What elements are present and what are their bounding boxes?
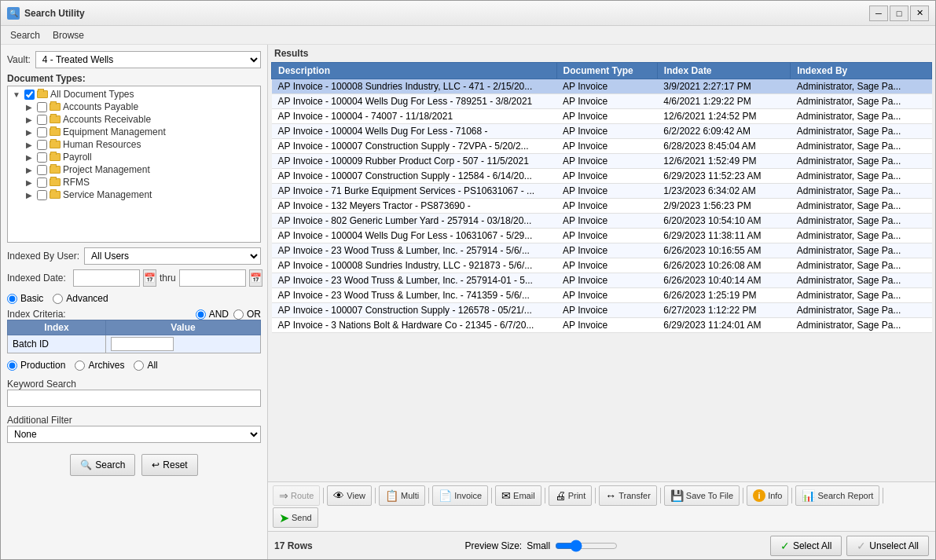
table-row[interactable]: AP Invoice - 100004 Wells Dug For Less -… (272, 124, 932, 139)
checkbox-all[interactable] (24, 90, 35, 100)
route-button[interactable]: ⇒ Route (273, 485, 320, 506)
table-row[interactable]: AP Invoice - 100009 Rubber Product Corp … (272, 154, 932, 169)
cell-index-date: 6/20/2023 10:54:10 AM (657, 214, 790, 229)
multi-button[interactable]: 📋 Multi (379, 485, 425, 506)
checkbox-ar[interactable] (37, 115, 47, 125)
cell-doc-type: AP Invoice (556, 199, 657, 214)
table-row[interactable]: AP Invoice - 100007 Construction Supply … (272, 303, 932, 318)
advanced-label: Advanced (66, 293, 108, 304)
all-radio-label[interactable]: All (134, 360, 157, 371)
checkbox-sm[interactable] (37, 190, 47, 200)
vault-dropdown[interactable]: 4 - Treated Wells (35, 51, 261, 68)
send-button[interactable]: ➤ Send (273, 507, 318, 528)
close-button[interactable]: ✕ (910, 5, 929, 21)
minimize-button[interactable]: ─ (869, 5, 888, 21)
expand-sm-icon[interactable]: ▶ (24, 191, 35, 199)
tree-item-all[interactable]: ▼ All Document Types (9, 88, 259, 101)
archives-radio-label[interactable]: Archives (75, 360, 124, 371)
table-row[interactable]: AP Invoice - 23 Wood Truss & Lumber, Inc… (272, 288, 932, 303)
keyword-input[interactable] (7, 390, 261, 407)
date-from-input[interactable] (73, 269, 140, 287)
status-bar: 17 Rows Preview Size: Small ✓ Select All (268, 531, 935, 559)
cell-index-date: 1/23/2023 6:34:02 AM (657, 184, 790, 199)
tree-item-hr[interactable]: ▶ Human Resources (22, 138, 259, 151)
tree-label-pm: Project Management (63, 164, 150, 175)
select-all-button[interactable]: ✓ Select All (770, 536, 842, 556)
table-row[interactable]: AP Invoice - 23 Wood Truss & Lumber, Inc… (272, 273, 932, 288)
basic-radio[interactable] (7, 294, 17, 304)
search-button[interactable]: 🔍 Search (70, 454, 135, 476)
table-row[interactable]: AP Invoice - 100004 Wells Dug For Less -… (272, 229, 932, 243)
date-to-input[interactable] (179, 269, 246, 287)
checkbox-em[interactable] (37, 127, 47, 137)
invoice-button[interactable]: 📄 Invoice (432, 485, 488, 506)
checkbox-hr[interactable] (37, 140, 47, 150)
tree-item-pm[interactable]: ▶ Project Management (22, 163, 259, 176)
expand-hr-icon[interactable]: ▶ (24, 141, 35, 149)
expand-pm-icon[interactable]: ▶ (24, 166, 35, 174)
menu-search[interactable]: Search (4, 28, 46, 42)
unselect-all-button[interactable]: ✓ Unselect All (846, 536, 929, 556)
production-radio-label[interactable]: Production (7, 360, 65, 371)
tree-item-em[interactable]: ▶ Equipment Management (22, 126, 259, 138)
email-button[interactable]: ✉ Email (495, 485, 541, 506)
expand-rfms-icon[interactable]: ▶ (24, 178, 35, 187)
all-radio[interactable] (134, 361, 144, 371)
or-radio[interactable] (233, 309, 244, 320)
table-row[interactable]: AP Invoice - 100004 Wells Dug For Less -… (272, 94, 932, 109)
or-radio-label[interactable]: OR (233, 309, 261, 320)
search-report-button[interactable]: 📊 Search Report (795, 485, 879, 506)
archives-radio[interactable] (75, 361, 85, 371)
date-from-picker[interactable]: 📅 (143, 269, 156, 287)
checkbox-ap[interactable] (37, 102, 47, 112)
date-to-picker[interactable]: 📅 (249, 269, 262, 287)
print-button[interactable]: 🖨 Print (549, 485, 593, 506)
criteria-index-value: Batch ID (13, 339, 49, 350)
cell-description: AP Invoice - 3 Nations Bolt & Hardware C… (272, 318, 557, 333)
production-radio[interactable] (7, 361, 17, 371)
expand-payroll-icon[interactable]: ▶ (24, 153, 35, 162)
view-button[interactable]: 👁 View (327, 485, 372, 506)
tree-item-rfms[interactable]: ▶ RFMS (22, 176, 259, 188)
table-row[interactable]: AP Invoice - 100007 Construction Supply … (272, 139, 932, 154)
cell-doc-type: AP Invoice (556, 154, 657, 169)
checkbox-payroll[interactable] (37, 152, 47, 163)
table-row[interactable]: AP Invoice - 71 Burke Equipment Services… (272, 184, 932, 199)
tree-item-payroll[interactable]: ▶ Payroll (22, 151, 259, 163)
checkbox-rfms[interactable] (37, 178, 47, 188)
expand-ar-icon[interactable]: ▶ (24, 115, 35, 124)
expand-em-icon[interactable]: ▶ (24, 128, 35, 137)
expand-all-icon[interactable]: ▼ (11, 90, 22, 99)
additional-label: Additional Filter (7, 415, 261, 426)
expand-ap-icon[interactable]: ▶ (24, 103, 35, 112)
table-row[interactable]: AP Invoice - 3 Nations Bolt & Hardware C… (272, 318, 932, 333)
advanced-radio[interactable] (53, 294, 63, 304)
info-button[interactable]: i Info (747, 485, 788, 506)
menu-browse[interactable]: Browse (46, 28, 90, 42)
and-radio[interactable] (196, 309, 206, 320)
checkbox-pm[interactable] (37, 165, 47, 175)
table-row[interactable]: AP Invoice - 100004 - 74007 - 11/18/2021… (272, 109, 932, 124)
view-icon: 👁 (333, 489, 344, 502)
tree-item-ap[interactable]: ▶ Accounts Payable (22, 101, 259, 113)
save-to-file-button[interactable]: 💾 Save To File (664, 485, 740, 506)
table-row[interactable]: AP Invoice - 100008 Sundries Industry, L… (272, 258, 932, 273)
transfer-button[interactable]: ↔ Transfer (599, 485, 657, 506)
table-row[interactable]: AP Invoice - 802 Generic Lumber Yard - 2… (272, 214, 932, 229)
table-row[interactable]: AP Invoice - 100008 Sundries Industry, L… (272, 79, 932, 94)
advanced-radio-label[interactable]: Advanced (53, 293, 108, 304)
criteria-value-input[interactable] (111, 337, 174, 351)
table-row[interactable]: AP Invoice - 23 Wood Truss & Lumber, Inc… (272, 243, 932, 258)
maximize-button[interactable]: □ (890, 5, 908, 21)
cell-indexed-by: Administrator, Sage Pa... (791, 184, 932, 199)
reset-button[interactable]: ↩ Reset (141, 454, 197, 476)
and-radio-label[interactable]: AND (196, 309, 229, 320)
tree-item-sm[interactable]: ▶ Service Management (22, 188, 259, 201)
table-row[interactable]: AP Invoice - 100007 Construction Supply … (272, 169, 932, 184)
basic-radio-label[interactable]: Basic (7, 293, 43, 304)
indexed-by-select[interactable]: All Users (84, 247, 261, 265)
table-row[interactable]: AP Invoice - 132 Meyers Tractor - PS8736… (272, 199, 932, 214)
tree-item-ar[interactable]: ▶ Accounts Receivable (22, 113, 259, 126)
additional-filter-select[interactable]: None (7, 426, 261, 443)
preview-size-slider[interactable] (555, 540, 618, 552)
